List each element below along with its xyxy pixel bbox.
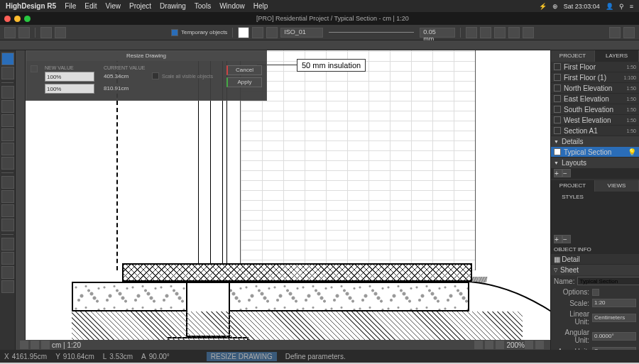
toolbar-btn-c[interactable] <box>494 27 506 38</box>
menu-view[interactable]: View <box>105 2 121 10</box>
checkbox-temp[interactable] <box>171 29 178 36</box>
toolbar-btn-d[interactable] <box>508 27 520 38</box>
fill-swatch[interactable] <box>266 27 278 38</box>
menu-tools[interactable]: Tools <box>195 2 211 10</box>
details-section[interactable]: ▼Details <box>551 136 639 147</box>
snap-btn-2[interactable] <box>485 341 493 349</box>
bulb-icon[interactable]: 💡 <box>628 148 636 156</box>
wall-tool[interactable] <box>1 238 14 250</box>
height-input[interactable] <box>45 84 94 94</box>
line-preview <box>329 32 414 33</box>
remove-view-button[interactable]: − <box>562 235 571 243</box>
search-icon[interactable]: ⚲ <box>619 3 624 10</box>
sheet-section[interactable]: ▽Sheet <box>551 265 639 275</box>
menu-help[interactable]: Help <box>253 2 268 10</box>
scale-dropdown[interactable]: 1:20 <box>592 299 636 307</box>
toolbar-right-1[interactable] <box>609 27 621 38</box>
select-tool[interactable] <box>1 53 14 65</box>
window-tool[interactable] <box>1 266 14 279</box>
current-value-label: CURRENT VALUE <box>104 65 146 70</box>
scale-all-checkbox[interactable] <box>152 72 159 79</box>
zoom-display[interactable]: 200% <box>506 341 525 349</box>
visibility-icon[interactable] <box>554 116 561 123</box>
name-field[interactable] <box>577 277 639 285</box>
nav-btn-1[interactable] <box>20 341 28 349</box>
iso-dropdown[interactable]: ISO_01 <box>280 28 323 38</box>
nav-btn-3[interactable] <box>41 341 50 349</box>
line-tool[interactable] <box>1 86 14 99</box>
snap-btn-3[interactable] <box>496 341 504 349</box>
menu-drawing[interactable]: Drawing <box>160 2 186 10</box>
sheet-row[interactable]: South Elevation1:50 <box>551 104 639 115</box>
visibility-icon[interactable] <box>554 95 561 102</box>
snap-btn-1[interactable] <box>474 341 483 349</box>
text-tool[interactable] <box>1 176 14 189</box>
options-icon[interactable] <box>592 289 599 296</box>
circle-tool[interactable] <box>1 114 14 127</box>
visibility-icon[interactable] <box>554 127 561 134</box>
sheet-row[interactable]: Section A11:50 <box>551 126 639 136</box>
lineweight-dropdown[interactable]: 0.05 mm <box>420 28 455 38</box>
toolbar-btn-a[interactable] <box>466 27 477 38</box>
tab-layers[interactable]: LAYERS <box>595 50 639 62</box>
cancel-button[interactable]: Cancel <box>226 65 262 75</box>
minimize-window-button[interactable] <box>14 16 21 22</box>
arc-tool[interactable] <box>1 143 14 155</box>
sheet-row[interactable]: West Elevation1:50 <box>551 115 639 126</box>
sheet-row[interactable]: First Floor (1)1:100 <box>551 72 639 83</box>
rect-tool[interactable] <box>1 100 14 113</box>
visibility-icon[interactable] <box>554 63 561 70</box>
visibility-icon[interactable] <box>554 148 561 155</box>
toolbar-btn-4[interactable] <box>55 27 66 38</box>
menu-file[interactable]: File <box>65 2 76 10</box>
add-button[interactable]: + <box>554 169 562 177</box>
close-window-button[interactable] <box>4 16 11 22</box>
lock-icon[interactable] <box>31 65 38 72</box>
menu-edit[interactable]: Edit <box>84 2 97 10</box>
sheet-row[interactable]: North Elevation1:50 <box>551 83 639 94</box>
menu-window[interactable]: Window <box>219 2 245 10</box>
layouts-section[interactable]: ▼Layouts <box>551 158 639 168</box>
toolbar-right-2[interactable] <box>623 27 635 38</box>
sheet-row[interactable]: East Elevation1:50 <box>551 94 639 104</box>
symbol-tool[interactable] <box>1 219 14 231</box>
toolbar-btn-2[interactable] <box>18 27 30 38</box>
polygon-tool[interactable] <box>1 128 14 141</box>
remove-button[interactable]: − <box>562 169 571 177</box>
toolbar-btn-3[interactable] <box>40 27 52 38</box>
menu-icon[interactable]: ≡ <box>630 3 633 10</box>
nav-btn-2[interactable] <box>31 341 39 349</box>
menu-project[interactable]: Project <box>129 2 151 10</box>
detail-row-selected[interactable]: Typical Section💡 <box>551 147 639 158</box>
toolbar-btn-b[interactable] <box>480 27 491 38</box>
toolbar-btn-1[interactable] <box>4 27 16 38</box>
bluetooth-icon: ⚡ <box>539 3 547 10</box>
zoom-in-button[interactable] <box>525 341 533 349</box>
arrow-icon[interactable] <box>252 27 263 38</box>
hand-tool[interactable] <box>1 67 14 79</box>
hatch-tool[interactable] <box>1 204 14 217</box>
visibility-icon[interactable] <box>554 106 561 113</box>
door-tool[interactable] <box>1 252 14 265</box>
tab-views[interactable]: VIEWS <box>595 180 639 192</box>
dim-tool[interactable] <box>1 190 14 203</box>
apply-button[interactable]: Apply <box>226 77 262 87</box>
linear-unit-dropdown[interactable]: Centimeters <box>592 314 636 322</box>
drawing-canvas[interactable]: //////////// 50 mm insulation Resize Dra… <box>26 50 550 350</box>
tab-styles[interactable]: PROJECT STYLES <box>551 180 595 192</box>
scale-display[interactable]: cm | 1:20 <box>52 341 81 349</box>
curve-tool[interactable] <box>1 157 14 170</box>
width-input[interactable] <box>45 72 94 82</box>
zoom-window-button[interactable] <box>24 16 31 22</box>
angular-unit-dropdown[interactable]: 0.0000° <box>592 332 636 341</box>
visibility-icon[interactable] <box>554 74 561 81</box>
add-view-button[interactable]: + <box>554 235 562 243</box>
stair-tool[interactable] <box>1 280 14 293</box>
tab-project[interactable]: PROJECT <box>551 50 595 62</box>
annotation-insulation[interactable]: 50 mm insulation <box>297 59 366 72</box>
sheet-row[interactable]: First Floor1:50 <box>551 62 639 72</box>
visibility-icon[interactable] <box>554 84 561 92</box>
zoom-out-button[interactable] <box>535 341 544 349</box>
color-swatch[interactable] <box>238 27 249 38</box>
toolbar-btn-e[interactable] <box>523 27 534 38</box>
